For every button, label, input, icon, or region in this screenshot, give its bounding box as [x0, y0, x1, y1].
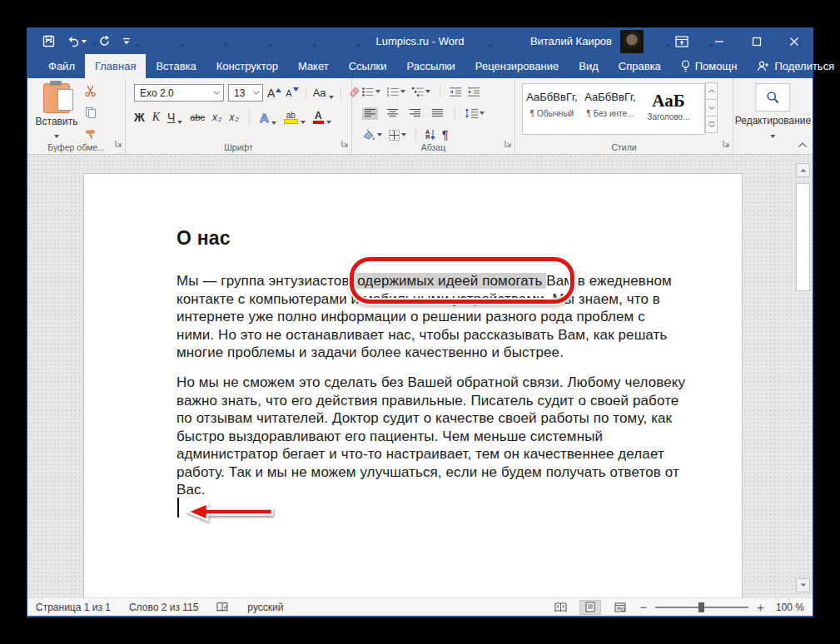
save-button[interactable] [42, 35, 55, 47]
proofing-book-icon [216, 602, 229, 612]
ribbon-display-options-icon [675, 36, 688, 47]
style-heading1[interactable]: АаБ Заголово... [639, 84, 698, 134]
tab-home[interactable]: Главная [85, 54, 146, 78]
font-size-combo[interactable]: 13 [228, 84, 263, 102]
web-layout-button[interactable] [609, 600, 631, 615]
zoom-level[interactable]: 100 % [773, 602, 804, 613]
styles-group: АаБбВвГг, ¶ Обычный АаБбВвГг, ¶ Без инте… [515, 78, 733, 154]
tab-review[interactable]: Рецензирование [465, 54, 569, 78]
tab-file[interactable]: Файл [38, 54, 85, 78]
page-indicator[interactable]: Страница 1 из 1 [36, 602, 111, 613]
superscript-button[interactable]: x2 [230, 111, 239, 123]
align-justify-button[interactable] [430, 107, 445, 120]
italic-button[interactable]: К [152, 111, 160, 124]
align-left-button[interactable] [362, 107, 378, 120]
highlight-button[interactable]: ab [284, 111, 306, 124]
tab-design[interactable]: Конструктор [206, 54, 288, 78]
document-area: О нас Мы — группа энтузиастов, одержимых… [27, 155, 813, 597]
read-mode-button[interactable] [549, 600, 571, 615]
font-dialog-launcher[interactable] [341, 136, 349, 151]
zoom-slider-thumb[interactable] [698, 602, 704, 612]
paste-button[interactable]: Вставить [34, 83, 79, 141]
numbering-button[interactable] [387, 87, 405, 97]
user-name[interactable]: Виталий Каиров [530, 35, 612, 47]
scroll-down-button[interactable] [796, 578, 810, 592]
highlight-dropdown-icon[interactable] [301, 121, 306, 124]
strikethrough-button[interactable]: abc [190, 112, 205, 122]
subscript-button[interactable]: x2 [212, 111, 221, 123]
clipboard-dialog-launcher[interactable] [115, 136, 122, 151]
shrink-font-button[interactable]: A [286, 87, 298, 98]
decrease-indent-button[interactable] [450, 87, 461, 97]
zoom-in-button[interactable]: + [757, 600, 764, 614]
show-marks-button[interactable]: ¶ [442, 128, 449, 141]
font-name-combo[interactable]: Exo 2.0 [134, 84, 224, 102]
maximize-button[interactable] [738, 28, 775, 54]
grow-font-button[interactable]: A [267, 87, 281, 100]
save-icon [42, 35, 55, 47]
styles-more-button[interactable] [705, 116, 718, 133]
increase-indent-button[interactable] [468, 87, 480, 97]
zoom-slider[interactable] [655, 607, 748, 608]
paste-dropdown-icon[interactable] [54, 135, 59, 138]
editing-dropdown-icon[interactable] [770, 135, 775, 138]
tab-share[interactable]: Поделиться [747, 54, 840, 78]
paragraph-dialog-launcher[interactable] [504, 136, 512, 151]
tab-view[interactable]: Вид [569, 54, 609, 78]
align-right-button[interactable] [407, 107, 423, 120]
line-spacing-button[interactable] [465, 108, 485, 118]
underline-button[interactable]: Ч [167, 111, 182, 124]
word-count[interactable]: Слово 2 из 115 [129, 602, 198, 613]
minimize-icon [714, 37, 724, 47]
styles-scroll-up-button[interactable] [705, 82, 718, 100]
text-effects-dropdown-icon[interactable] [271, 121, 276, 125]
scroll-up-button[interactable] [796, 163, 810, 177]
proofing-button[interactable] [216, 602, 229, 612]
font-color-dropdown-icon[interactable] [326, 121, 331, 124]
format-painter-button[interactable] [85, 128, 97, 143]
document-page[interactable]: О нас Мы — группа энтузиастов, одержимых… [83, 173, 743, 597]
paragraph-group-label: Абзац [352, 142, 514, 152]
tab-mailings[interactable]: Рассылки [396, 54, 465, 78]
print-layout-button[interactable] [579, 600, 601, 615]
doc-line: администратор бегает и что-то настраивае… [176, 445, 709, 463]
text-effects-button[interactable]: А [260, 111, 276, 125]
collapse-ribbon-button[interactable] [798, 136, 807, 151]
multilevel-list-button[interactable] [412, 87, 430, 97]
tab-insert[interactable]: Вставка [146, 54, 206, 78]
styles-scroll-down-button[interactable] [705, 99, 718, 116]
cut-button[interactable] [84, 85, 97, 100]
styles-dialog-launcher[interactable] [723, 136, 730, 151]
align-center-button[interactable] [385, 107, 400, 120]
vertical-scrollbar[interactable] [796, 163, 810, 592]
zoom-out-button[interactable]: − [639, 600, 647, 614]
customize-qat-button[interactable] [122, 37, 131, 45]
tab-help[interactable]: Справка [609, 54, 671, 78]
bullets-button[interactable] [362, 87, 380, 97]
undo-dropdown-icon[interactable] [82, 40, 87, 43]
underline-dropdown-icon[interactable] [177, 121, 182, 124]
tab-layout[interactable]: Макет [288, 54, 339, 78]
language-indicator[interactable]: русский [247, 602, 283, 613]
close-icon [789, 37, 799, 47]
font-color-button[interactable]: А [313, 111, 331, 124]
borders-button[interactable] [389, 130, 406, 141]
scrollbar-thumb[interactable] [796, 183, 810, 291]
shading-button[interactable] [362, 130, 382, 141]
copy-button[interactable] [85, 107, 97, 121]
bold-button[interactable]: Ж [134, 111, 145, 124]
style-no-spacing[interactable]: АаБбВвГг, ¶ Без инте... [581, 84, 639, 134]
style-normal[interactable]: АаБбВвГг, ¶ Обычный [523, 84, 581, 134]
avatar[interactable] [620, 30, 644, 53]
print-layout-icon [585, 602, 595, 612]
undo-button[interactable] [67, 36, 87, 47]
close-button[interactable] [775, 28, 813, 54]
sort-button[interactable]: А Я [425, 130, 435, 141]
editing-menu-button[interactable]: Редактирование [735, 83, 811, 141]
tab-assistant[interactable]: Помощн [671, 54, 748, 78]
ribbon-display-options-button[interactable] [663, 28, 700, 54]
change-case-button[interactable]: Aa [313, 87, 334, 99]
tab-references[interactable]: Ссылки [339, 54, 397, 78]
minimize-button[interactable] [700, 28, 738, 54]
repeat-button[interactable] [98, 35, 111, 47]
